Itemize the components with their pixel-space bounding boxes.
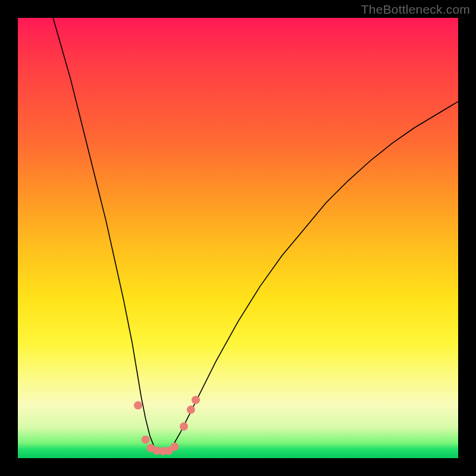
data-point (134, 401, 142, 409)
watermark-text: TheBottleneck.com (361, 2, 470, 17)
data-point (180, 422, 188, 431)
chart-frame: TheBottleneck.com (0, 0, 476, 476)
data-point (142, 436, 150, 444)
plot-area (18, 18, 458, 458)
data-point (187, 406, 195, 414)
data-point (192, 396, 200, 404)
curve-markers (134, 396, 200, 455)
curve-line (53, 18, 458, 452)
data-point (170, 443, 178, 451)
chart-svg (18, 18, 458, 458)
